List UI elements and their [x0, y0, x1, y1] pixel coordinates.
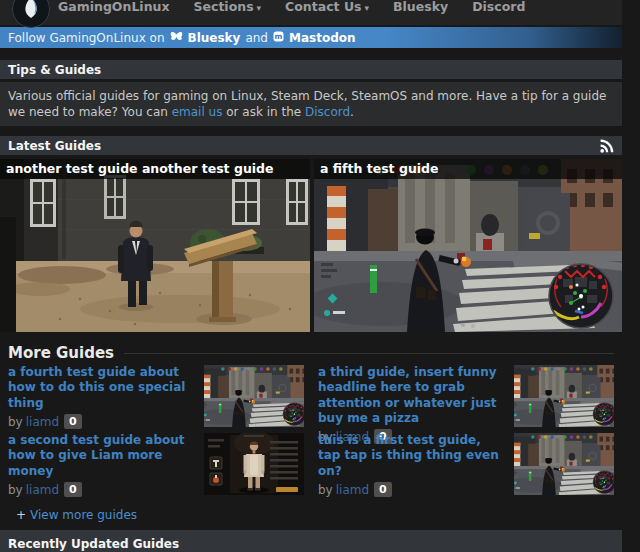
intro-part2: or ask in the — [222, 105, 305, 119]
gamingonlinux-logo-icon — [12, 0, 50, 28]
discord-link[interactable]: Discord — [305, 105, 350, 119]
intro-part3: . — [350, 105, 354, 119]
guide-list-item: this is a first test guide, tap tap is t… — [318, 433, 614, 495]
featured-guides: another test guide another test guide a … — [0, 159, 622, 332]
nav-item-contact[interactable]: Contact Us▾ — [285, 0, 369, 14]
guide-thumbnail-image — [204, 433, 304, 495]
guide-byline: byliamd0 — [318, 482, 504, 497]
comment-count-badge: 0 — [64, 414, 82, 429]
follow-banner-text: Follow GamingOnLinux on — [8, 31, 165, 45]
guide-thumbnail-image — [204, 365, 304, 427]
guide-text-block: a third guide, insert funny headline her… — [318, 365, 504, 427]
author-link[interactable]: liamd — [26, 415, 59, 429]
follow-banner: Follow GamingOnLinux on Bluesky and m Ma… — [0, 27, 622, 48]
guide-thumbnail-image — [514, 365, 614, 427]
by-label: by — [318, 483, 333, 497]
guide-byline: byliamd0 — [8, 414, 194, 429]
guide-title-link[interactable]: a second test guide about how to give Li… — [8, 433, 194, 479]
plus-icon: + — [16, 508, 26, 522]
guide-byline: byliamd0 — [8, 482, 194, 497]
follow-banner-conjunction: and — [245, 31, 268, 45]
guide-thumbnail-image — [514, 433, 614, 495]
by-label: by — [8, 415, 23, 429]
chevron-down-icon: ▾ — [365, 3, 370, 13]
guide-title-link[interactable]: a third guide, insert funny headline her… — [318, 365, 504, 426]
guide-list-item: a third guide, insert funny headline her… — [318, 365, 614, 427]
view-more-link[interactable]: View more guides — [30, 508, 137, 522]
guide-text-block: a second test guide about how to give Li… — [8, 433, 194, 495]
author-link[interactable]: liamd — [26, 483, 59, 497]
guide-title-link[interactable]: a fourth test guide about how to do this… — [8, 365, 194, 411]
guide-thumbnail[interactable] — [204, 433, 304, 495]
site-logo[interactable] — [12, 0, 50, 28]
mastodon-icon: m — [273, 31, 284, 45]
featured-guide-image-1 — [0, 159, 310, 332]
nav-item-sections[interactable]: Sections▾ — [194, 0, 262, 14]
svg-text:m: m — [275, 32, 283, 41]
nav-items: GamingOnLinux Sections▾ Contact Us▾ Blue… — [58, 0, 525, 17]
comment-count-badge: 0 — [64, 482, 82, 497]
view-more-row: +View more guides — [16, 508, 614, 523]
bluesky-butterfly-icon — [170, 31, 183, 45]
section-header-recent-label: Recently Updated Guides — [8, 537, 179, 551]
nav-item-home[interactable]: GamingOnLinux — [58, 0, 170, 14]
guide-thumbnail[interactable] — [514, 433, 614, 495]
more-guides-heading: More Guides — [8, 345, 614, 361]
section-header-latest: Latest Guides — [0, 136, 622, 155]
mastodon-link[interactable]: Mastodon — [289, 31, 356, 45]
top-nav-bar: GamingOnLinux Sections▾ Contact Us▾ Blue… — [0, 0, 622, 25]
guide-thumbnail[interactable] — [204, 365, 304, 427]
heading-divider — [124, 353, 614, 354]
guide-list-item: a second test guide about how to give Li… — [8, 433, 304, 495]
featured-guide-card-2[interactable]: a fifth test guide — [314, 159, 622, 332]
featured-guide-title-2[interactable]: a fifth test guide — [314, 159, 622, 179]
nav-item-discord[interactable]: Discord — [472, 0, 525, 14]
featured-guide-card-1[interactable]: another test guide another test guide — [0, 159, 310, 332]
comment-count-badge: 0 — [374, 482, 392, 497]
more-guides-grid: a fourth test guide about how to do this… — [8, 365, 614, 495]
guide-text-block: a fourth test guide about how to do this… — [8, 365, 194, 427]
chevron-down-icon: ▾ — [257, 3, 262, 13]
featured-guide-title-1[interactable]: another test guide another test guide — [0, 159, 310, 179]
by-label: by — [8, 483, 23, 497]
section-header-recent: Recently Updated Guides — [0, 530, 622, 552]
guide-list-item: a fourth test guide about how to do this… — [8, 365, 304, 427]
guide-thumbnail[interactable] — [514, 365, 614, 427]
intro-text: Various official guides for gaming on Li… — [0, 82, 622, 126]
author-link[interactable]: liamd — [336, 483, 369, 497]
email-link[interactable]: email us — [172, 105, 223, 119]
rss-icon[interactable] — [599, 138, 615, 157]
more-guides-section: More Guides a fourth test guide about ho… — [0, 345, 622, 523]
page-content: GamingOnLinux Sections▾ Contact Us▾ Blue… — [0, 0, 622, 552]
bluesky-link[interactable]: Bluesky — [188, 31, 241, 45]
section-header-latest-label: Latest Guides — [8, 139, 101, 153]
section-header-tips: Tips & Guides — [0, 60, 622, 79]
featured-guide-image-2 — [314, 159, 622, 332]
guide-title-link[interactable]: this is a first test guide, tap tap is t… — [318, 433, 504, 479]
guide-text-block: this is a first test guide, tap tap is t… — [318, 433, 504, 495]
nav-item-bluesky[interactable]: Bluesky — [393, 0, 448, 14]
section-header-tips-label: Tips & Guides — [8, 63, 101, 77]
more-guides-heading-label: More Guides — [8, 344, 114, 362]
